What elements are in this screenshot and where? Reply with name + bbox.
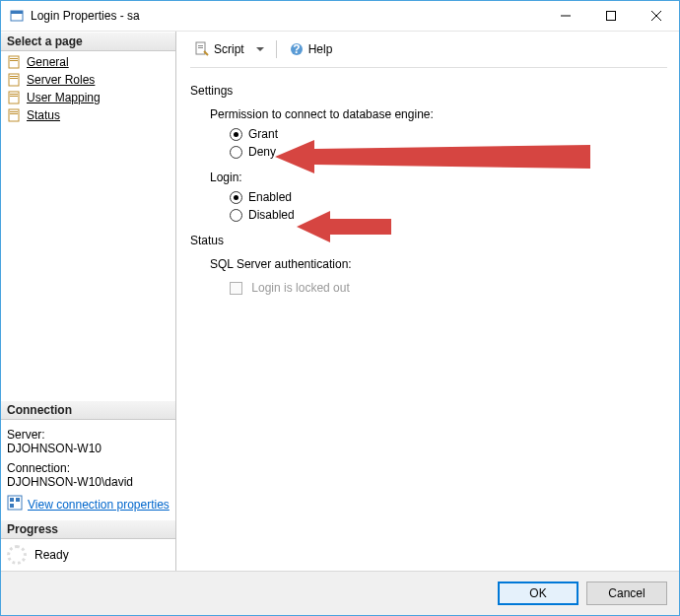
view-connection-properties-link[interactable]: View connection properties [7,495,170,513]
permission-label: Permission to connect to database engine… [210,107,667,121]
connection-label: Connection: [7,461,170,475]
page-item-general[interactable]: General [1,53,175,71]
progress-header: Progress [1,519,175,539]
page-icon [7,90,23,105]
window-icon [9,8,25,24]
svg-rect-24 [198,47,203,48]
radio-icon [230,128,242,141]
progress-block: Ready [1,539,175,571]
minimize-button[interactable] [543,1,588,31]
permission-grant-radio[interactable]: Grant [230,127,667,141]
select-page-header: Select a page [1,32,175,51]
svg-rect-8 [10,60,18,61]
close-button[interactable] [634,1,679,31]
svg-rect-7 [10,58,18,59]
ok-button[interactable]: OK [498,582,578,605]
page-icon [7,54,23,70]
settings-group-label: Settings [190,84,667,98]
svg-rect-10 [10,76,18,77]
svg-rect-20 [16,498,20,502]
titlebar[interactable]: Login Properties - sa [1,1,679,32]
script-dropdown-icon[interactable] [256,47,264,51]
login-enabled-radio[interactable]: Enabled [230,190,667,204]
svg-rect-11 [10,78,18,79]
dialog-button-bar: OK Cancel [1,571,679,615]
checkbox-icon [230,282,242,295]
svg-text:?: ? [293,42,300,56]
svg-rect-14 [10,96,18,97]
svg-rect-13 [10,94,18,95]
svg-rect-9 [9,74,19,86]
script-button[interactable]: Script [190,39,248,59]
svg-rect-3 [607,12,616,21]
page-icon [7,72,23,88]
radio-icon [230,191,242,204]
toolbar-separator [276,40,277,58]
properties-icon [7,495,23,513]
progress-status: Ready [34,548,69,562]
page-icon [7,107,23,123]
connection-info: Server: DJOHNSON-W10 Connection: DJOHNSO… [1,420,175,519]
svg-rect-19 [10,498,14,502]
page-item-server-roles[interactable]: Server Roles [1,71,175,89]
svg-rect-23 [198,45,203,46]
login-disabled-radio[interactable]: Disabled [230,208,667,222]
main-panel: Script ? Help Settings Permission to con… [176,32,679,301]
page-item-status[interactable]: Status [1,106,175,124]
toolbar: Script ? Help [190,39,667,68]
login-properties-dialog: Login Properties - sa Select a page Gene… [0,0,680,616]
svg-rect-1 [11,11,23,14]
login-label: Login: [210,171,667,184]
status-group-label: Status [190,234,667,247]
svg-rect-6 [9,56,19,68]
svg-rect-12 [9,92,19,103]
help-button[interactable]: ? Help [285,39,337,59]
script-icon [194,41,210,57]
svg-rect-21 [10,504,14,508]
permission-deny-radio[interactable]: Deny [230,145,667,159]
sidebar: Select a page General Server Roles User … [1,32,176,571]
sql-auth-label: SQL Server authentication: [210,257,667,271]
radio-icon [230,209,242,222]
server-label: Server: [7,428,170,442]
server-value: DJOHNSON-W10 [7,442,170,455]
page-item-user-mapping[interactable]: User Mapping [1,89,175,106]
progress-spinner-icon [7,545,27,565]
radio-icon [230,146,242,159]
window-title: Login Properties - sa [31,9,543,23]
cancel-button[interactable]: Cancel [586,582,667,605]
connection-header: Connection [1,400,175,420]
svg-rect-17 [10,113,18,114]
connection-value: DJOHNSON-W10\david [7,475,170,489]
svg-rect-16 [10,111,18,112]
login-locked-out-checkbox: Login is locked out [230,281,667,295]
maximize-button[interactable] [588,1,634,31]
svg-rect-15 [9,109,19,121]
help-icon: ? [289,41,305,57]
